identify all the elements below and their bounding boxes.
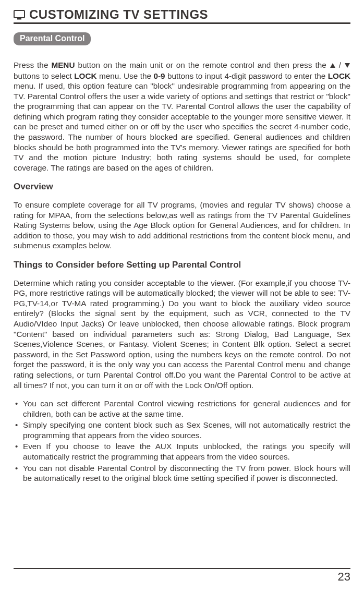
section-tab-label: Parental Control (20, 34, 84, 43)
text: Press the (14, 61, 51, 69)
overview-heading: Overview (14, 181, 350, 192)
settings-tv-icon (14, 9, 25, 20)
lock-keyword-2: LOCK (328, 71, 350, 80)
digits-keyword: 0-9 (153, 71, 165, 80)
list-item: You can set different Parental Control v… (14, 398, 350, 419)
text: buttons to select (14, 71, 74, 80)
slash: / (336, 61, 344, 69)
svg-marker-2 (330, 63, 335, 68)
text: buttons to input 4-digit password to ent… (165, 71, 327, 80)
page-footer: 23 (14, 568, 350, 584)
svg-marker-3 (345, 63, 350, 68)
list-item: Even If you choose to leave the AUX Inpu… (14, 441, 350, 462)
list-item: Simply specifying one content block such… (14, 420, 350, 440)
down-arrow-icon (344, 61, 350, 71)
title-bar: CUSTOMIZING TV SETTINGS (14, 7, 350, 24)
lock-keyword: LOCK (74, 71, 96, 80)
text: menu. Use the (97, 71, 154, 80)
text: button on the main unit or on the remote… (75, 61, 329, 69)
svg-rect-1 (17, 18, 21, 20)
bullet-list: You can set different Parental Control v… (14, 398, 350, 484)
section-tab-parental-control: Parental Control (14, 32, 91, 45)
svg-rect-0 (14, 10, 25, 18)
intro-paragraph: Press the MENU button on the main unit o… (14, 60, 350, 173)
consider-body: Determine which rating you consider acce… (14, 278, 350, 390)
page-number: 23 (338, 570, 350, 583)
menu-keyword: MENU (51, 61, 75, 69)
content-body: Press the MENU button on the main unit o… (14, 60, 350, 484)
list-item: You can not disable Parental Control by … (14, 463, 350, 484)
text: menu. If used, this option feature can "… (14, 81, 350, 172)
up-arrow-icon (330, 61, 336, 71)
consider-heading: Things to Consider before Setting up Par… (14, 259, 350, 271)
page-title: CUSTOMIZING TV SETTINGS (29, 7, 208, 22)
overview-body: To ensure complete coverage for all TV p… (14, 200, 350, 251)
